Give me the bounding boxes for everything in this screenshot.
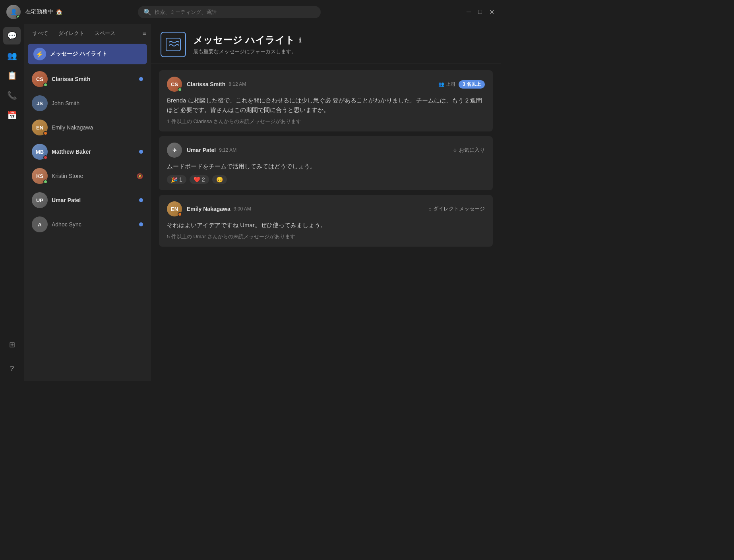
sidebar-item-chat[interactable]: 💬 xyxy=(3,27,21,44)
reaction-party-count: 1 xyxy=(179,176,182,183)
info-icon[interactable]: ℹ xyxy=(299,37,301,44)
highlight-label: メッセージ ハイライト xyxy=(50,50,107,58)
avatar-emily: EN xyxy=(32,120,48,135)
tab-all[interactable]: すべて xyxy=(29,28,52,39)
msg-meta-umar: Umar Patel 9:12 AM xyxy=(187,147,236,153)
conv-name-kristin: Kristin Stone xyxy=(52,173,133,179)
conv-name-emily: Emily Nakagawa xyxy=(52,124,143,131)
avatar-adhoc: A xyxy=(32,216,48,232)
conv-item-john[interactable]: JS John Smith xyxy=(26,91,149,115)
tab-spaces[interactable]: スペース xyxy=(91,28,119,39)
conv-meta-kristin: 🔕 xyxy=(137,173,143,179)
msg-reactions-umar: 🎉 1 ❤️ 2 😊 xyxy=(167,175,485,184)
conv-item-clarissa[interactable]: CS Clarissa Smith xyxy=(26,67,149,91)
search-icon: 🔍 xyxy=(143,8,151,16)
unread-dot-adhoc xyxy=(139,222,143,226)
status-emily xyxy=(43,131,48,135)
msg-status-emily xyxy=(178,212,182,216)
avatar-img-john: JS xyxy=(32,95,48,111)
msg-body-umar: ムードボードをチームで活用してみてはどうでしょう。 xyxy=(167,162,485,171)
reaction-heart-count: 2 xyxy=(202,176,205,183)
search-bar[interactable]: 🔍 xyxy=(138,6,321,18)
msg-header-umar: ✈ Umar Patel 9:12 AM ☆ お気に入り xyxy=(167,143,485,158)
msg-favorite-umar[interactable]: ☆ お気に入り xyxy=(453,147,485,154)
reaction-smile-emoji: 😊 xyxy=(216,176,223,183)
conv-info-john: John Smith xyxy=(52,100,143,106)
msg-sender-clarissa: Clarissa Smith xyxy=(187,81,225,87)
msg-avatar-img-umar: ✈ xyxy=(167,143,182,158)
msg-meta-clarissa: Clarissa Smith 8:12 AM xyxy=(187,81,246,87)
conv-info-adhoc: Adhoc Sync xyxy=(52,221,135,228)
page-title: メッセージ ハイライト ℹ xyxy=(193,34,301,46)
minimize-button[interactable]: ─ xyxy=(467,8,471,15)
conv-item-umar[interactable]: UP Umar Patel xyxy=(26,188,149,212)
conv-tabs-more[interactable]: ≡ xyxy=(143,30,146,37)
conv-meta-clarissa xyxy=(139,77,143,81)
conv-meta-umar xyxy=(139,198,143,202)
maximize-button[interactable]: □ xyxy=(478,8,482,15)
avatar-umar: UP xyxy=(32,192,48,208)
main-content: メッセージ ハイライト ℹ 最も重要なメッセージにフォーカスします。 CS Cl… xyxy=(151,24,501,381)
msg-time-clarissa: 8:12 AM xyxy=(229,81,246,87)
sidebar-icons: 💬 👥 📋 📞 📅 ⊞ ? xyxy=(0,24,24,381)
sidebar-item-people[interactable]: 👥 xyxy=(3,47,21,64)
sidebar-item-calls[interactable]: 📞 xyxy=(3,87,21,104)
reaction-smile[interactable]: 😊 xyxy=(212,175,227,184)
conv-name-umar: Umar Patel xyxy=(52,197,135,203)
conv-meta-matthew xyxy=(139,150,143,154)
conv-meta-adhoc xyxy=(139,222,143,226)
msg-status-clarissa xyxy=(178,87,182,92)
avatar-clarissa: CS xyxy=(32,71,48,87)
msg-body-clarissa: Brenda に相談した後で、これを間に合わせるには少し急ぐ必 要があることがわ… xyxy=(167,96,485,115)
status-matthew xyxy=(43,155,48,160)
conv-item-matthew[interactable]: MB Matthew Baker xyxy=(26,140,149,164)
conv-info-kristin: Kristin Stone xyxy=(52,173,133,179)
message-card-umar: ✈ Umar Patel 9:12 AM ☆ お気に入り ムードボードをチームで… xyxy=(159,136,493,190)
status-kristin xyxy=(43,180,48,184)
sidebar-item-calendar[interactable]: 📅 xyxy=(3,106,21,124)
message-card-clarissa: CS Clarissa Smith 8:12 AM 👥 上司 3 名以上 Bre… xyxy=(159,70,493,131)
conv-item-adhoc[interactable]: A Adhoc Sync xyxy=(26,212,149,236)
reaction-party-emoji: 🎉 xyxy=(171,176,178,183)
close-button[interactable]: ✕ xyxy=(489,8,494,16)
search-input[interactable] xyxy=(155,9,315,15)
reaction-heart[interactable]: ❤️ 2 xyxy=(190,175,209,184)
main-layout: 💬 👥 📋 📞 📅 ⊞ ? すべて ダイレクト スペース ≡ ⚡ メッセージ ハ… xyxy=(0,24,501,381)
tab-direct[interactable]: ダイレクト xyxy=(54,28,88,39)
conv-info-clarissa: Clarissa Smith xyxy=(52,76,135,82)
sidebar-item-contacts[interactable]: 📋 xyxy=(3,67,21,84)
sidebar-item-add-apps[interactable]: ⊞ xyxy=(3,336,21,353)
reaction-heart-emoji: ❤️ xyxy=(194,176,200,183)
avatar-img-umar: UP xyxy=(32,192,48,208)
conv-info-umar: Umar Patel xyxy=(52,197,135,203)
conv-name-adhoc: Adhoc Sync xyxy=(52,221,135,228)
reaction-party[interactable]: 🎉 1 xyxy=(167,175,186,184)
content-header-text: メッセージ ハイライト ℹ 最も重要なメッセージにフォーカスします。 xyxy=(193,34,301,55)
message-card-emily: EN Emily Nakagawa 9:00 AM ○ ダイレクトメッセージ そ… xyxy=(159,195,493,247)
page-title-text: メッセージ ハイライト xyxy=(193,34,295,46)
avatar-kristin: KS xyxy=(32,168,48,184)
msg-body-emily: それはよいアイデアですね Umar。ぜひ使ってみましょう。 xyxy=(167,220,485,230)
message-highlight-item[interactable]: ⚡ メッセージ ハイライト xyxy=(28,44,147,64)
titlebar: 👤 在宅勤務中 🏠 🔍 ─ □ ✕ xyxy=(0,0,501,24)
avatar-matthew: MB xyxy=(32,144,48,160)
status-dot xyxy=(16,15,20,19)
conv-name-clarissa: Clarissa Smith xyxy=(52,76,135,82)
content-header-icon xyxy=(161,32,186,57)
msg-tags-clarissa: 👥 上司 3 名以上 xyxy=(438,80,485,89)
sidebar-item-help[interactable]: ? xyxy=(3,360,21,377)
msg-meta-emily: Emily Nakagawa 9:00 AM xyxy=(187,206,251,212)
conv-info-emily: Emily Nakagawa xyxy=(52,124,143,131)
msg-sender-emily: Emily Nakagawa xyxy=(187,206,230,212)
conv-tabs: すべて ダイレクト スペース ≡ xyxy=(24,24,151,42)
unread-dot-matthew xyxy=(139,150,143,154)
user-avatar[interactable]: 👤 xyxy=(6,5,21,19)
msg-sender-umar: Umar Patel xyxy=(187,147,216,153)
msg-avatar-umar: ✈ xyxy=(167,143,182,158)
conv-item-emily[interactable]: EN Emily Nakagawa xyxy=(26,116,149,139)
conv-item-kristin[interactable]: KS Kristin Stone 🔕 xyxy=(26,164,149,188)
msg-tag-boss: 👥 上司 xyxy=(438,81,455,88)
msg-time-emily: 9:00 AM xyxy=(234,206,251,212)
avatar-john: JS xyxy=(32,95,48,111)
unread-dot-clarissa xyxy=(139,77,143,81)
